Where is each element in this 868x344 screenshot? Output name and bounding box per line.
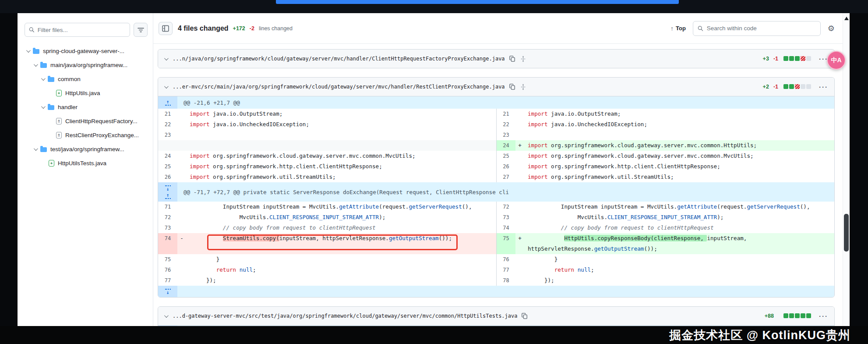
line-number[interactable]: 73 <box>158 223 177 233</box>
diff-marker <box>177 151 186 161</box>
line-number[interactable]: 26 <box>158 172 177 182</box>
file-options-kebab-menu[interactable]: ··· <box>819 312 828 320</box>
copy-path-icon[interactable] <box>522 313 528 319</box>
line-number[interactable]: 23 <box>158 130 177 140</box>
line-number[interactable]: 27 <box>496 172 515 182</box>
line-number[interactable]: 73 <box>496 212 515 223</box>
tree-item-httputilstests-java[interactable]: +HttpUtilsTests.java <box>25 156 148 170</box>
line-number[interactable]: 25 <box>496 151 515 161</box>
line-number[interactable]: 21 <box>496 109 515 119</box>
chevron-down-icon[interactable] <box>41 104 46 109</box>
diff-marker <box>177 161 186 172</box>
line-number[interactable]: 76 <box>496 254 515 265</box>
line-number[interactable]: 75 <box>158 254 177 265</box>
drag-handle-icon[interactable] <box>520 56 526 62</box>
line-number[interactable]: 22 <box>496 119 515 130</box>
drag-handle-icon[interactable] <box>520 84 526 90</box>
total-deletions: -2 <box>250 25 254 32</box>
file-card-client-http-request-factory: ...n/java/org/springframework/cloud/gate… <box>158 49 835 68</box>
line-number[interactable]: 72 <box>158 212 177 223</box>
chevron-down-icon[interactable] <box>34 62 38 67</box>
file-deletions: -1 <box>773 56 778 62</box>
chevron-down-icon[interactable] <box>41 76 46 81</box>
filter-files-input[interactable] <box>38 27 126 33</box>
expand-lines-gutter[interactable]: ↑ <box>158 96 177 109</box>
tree-item-test-java-org-springframew-[interactable]: test/java/org/springframew... <box>25 142 148 156</box>
file-card-rest-client-proxy-exchange: ...er-mvc/src/main/java/org/springframew… <box>158 77 835 298</box>
line-number[interactable]: 78 <box>496 275 515 286</box>
code-text: import org.springframework.http.client.C… <box>190 161 496 172</box>
line-number[interactable]: 74 <box>496 223 515 233</box>
chevron-down-icon[interactable] <box>164 84 169 89</box>
chevron-down-icon[interactable] <box>26 48 31 53</box>
diff-marker <box>177 172 186 182</box>
split-diff-table: ↑@@ -21,6 +21,7 @@21import java.io.Outpu… <box>158 96 834 297</box>
diffstat-added-square <box>789 313 794 318</box>
line-number[interactable]: 74 <box>158 233 177 254</box>
expand-down-icon[interactable]: ↓ <box>165 288 171 295</box>
tree-item-label: common <box>58 76 81 82</box>
diff-settings-gear-icon[interactable]: ⚙ <box>828 25 835 32</box>
filter-files-field[interactable] <box>25 23 130 37</box>
line-number[interactable]: 75 <box>496 233 515 254</box>
tree-item-spring-cloud-gateway-server-[interactable]: spring-cloud-gateway-server-... <box>25 44 148 58</box>
copy-path-icon[interactable] <box>509 84 515 90</box>
code-line: InputStream inputStream = MvcUtils.getAt… <box>186 202 496 212</box>
line-number[interactable]: 71 <box>158 202 177 212</box>
code-text <box>190 140 496 151</box>
scrollbar-thumb[interactable] <box>844 214 849 252</box>
tree-item-clienthttprequestfactory-[interactable]: ±ClientHttpRequestFactory... <box>25 114 148 128</box>
code-line: import org.springframework.util.StreamUt… <box>186 172 496 182</box>
expand-lines-gutter[interactable]: ↓↑ <box>158 182 177 202</box>
line-number[interactable]: 24 <box>158 151 177 161</box>
tree-item-common[interactable]: common <box>25 72 148 86</box>
diff-main: 4 files changed +172 -2 lines changed ↑T… <box>153 13 843 326</box>
diff-marker <box>515 161 524 172</box>
line-number[interactable]: 24 <box>496 140 515 151</box>
copy-path-icon[interactable] <box>509 56 515 62</box>
code-text: import java.io.UncheckedIOException; <box>190 119 496 130</box>
tree-item-httputils-java[interactable]: +HttpUtils.java <box>25 86 148 100</box>
line-number[interactable]: 22 <box>158 119 177 130</box>
diffstat-neutral-square <box>806 84 811 89</box>
line-number[interactable]: 72 <box>496 202 515 212</box>
expand-down-icon[interactable]: ↓ <box>165 185 171 192</box>
file-options-kebab-menu[interactable]: ··· <box>819 83 828 91</box>
diff-marker <box>515 109 524 119</box>
line-number[interactable]: 76 <box>158 265 177 275</box>
diff-marker <box>177 254 186 265</box>
chevron-down-icon[interactable] <box>164 313 169 318</box>
line-number[interactable]: 77 <box>158 275 177 286</box>
expand-lines-gutter[interactable]: ↓ <box>158 286 177 297</box>
diffstat-added-square <box>789 84 794 89</box>
line-number[interactable]: 25 <box>158 161 177 172</box>
line-number[interactable]: 23 <box>496 130 515 140</box>
toggle-file-tree-button[interactable] <box>159 22 173 35</box>
tree-item-handler[interactable]: handler <box>25 100 148 114</box>
line-number[interactable] <box>158 140 177 151</box>
translate-fab-button[interactable]: 中A <box>827 51 846 70</box>
chevron-down-icon[interactable] <box>34 146 38 151</box>
chevron-down-icon[interactable] <box>164 56 169 60</box>
file-tree-sidebar: spring-cloud-gateway-server-...main/java… <box>18 13 153 326</box>
search-within-code-field[interactable] <box>693 21 821 36</box>
tree-item-restclientproxyexchange-[interactable]: ±RestClientProxyExchange... <box>25 128 148 142</box>
code-line: return null; <box>524 265 834 275</box>
scroll-up-arrow[interactable] <box>844 17 849 20</box>
folder-icon <box>48 105 54 110</box>
search-icon <box>29 27 35 33</box>
line-number[interactable]: 21 <box>158 109 177 119</box>
line-number[interactable]: 77 <box>496 265 515 275</box>
file-filter-button[interactable] <box>134 23 148 37</box>
expand-up-icon[interactable]: ↑ <box>165 99 171 106</box>
file-header: ...er-mvc/src/main/java/org/springframew… <box>158 78 834 96</box>
code-text: // copy body from request to clientHttpR… <box>528 223 834 233</box>
expand-up-icon[interactable]: ↑ <box>165 193 171 199</box>
code-text: InputStream inputStream = MvcUtils.getAt… <box>190 202 496 212</box>
back-to-top-link[interactable]: ↑Top <box>670 25 686 32</box>
search-within-code-input[interactable] <box>707 25 816 32</box>
tree-item-main-java-org-springframew-[interactable]: main/java/org/springframew... <box>25 58 148 72</box>
diff-marker <box>177 109 186 119</box>
line-number[interactable]: 26 <box>496 161 515 172</box>
diffstat-added-square <box>806 313 811 318</box>
